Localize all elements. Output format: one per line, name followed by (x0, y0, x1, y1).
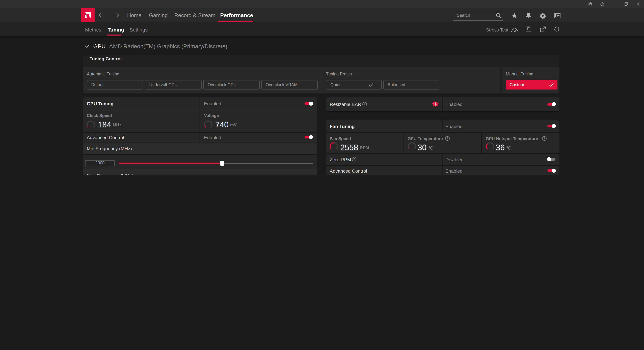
svg-text:?: ? (364, 103, 366, 106)
svg-text:?: ? (544, 137, 545, 140)
svg-text:?: ? (447, 137, 448, 140)
svg-text:?: ? (354, 158, 355, 161)
svg-text:?: ? (602, 3, 603, 5)
